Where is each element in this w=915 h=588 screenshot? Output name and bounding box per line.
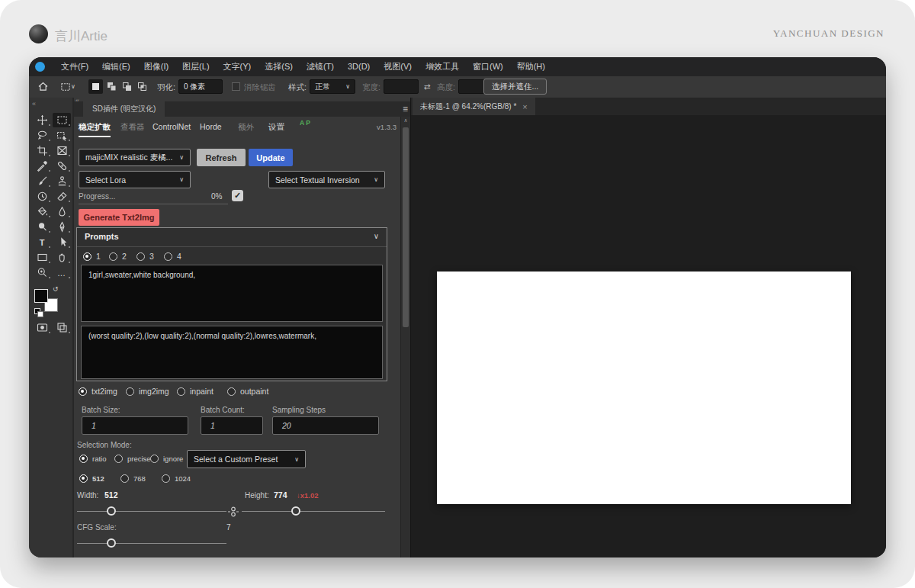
size-1024[interactable]: 1024 [162,474,191,483]
tab-stable-diffusion[interactable]: 稳定扩散 [79,122,111,137]
selection-mode-ignore[interactable]: ignore [150,455,183,463]
textual-inversion-select[interactable]: Select Textual Inversion ∨ [268,171,385,188]
mode-img2img-radio[interactable] [126,387,134,396]
tool-more[interactable]: … [53,265,71,280]
antialias-checkbox[interactable] [232,82,240,91]
selection-mode-precise[interactable]: precise [114,455,151,463]
generate-txt2img-button[interactable]: Generate Txt2Img [79,209,159,226]
sampling-steps-input[interactable]: 20 [272,416,379,435]
tool-type[interactable]: T [33,235,51,249]
scroll-up-icon[interactable]: ∧ [401,117,410,124]
tool-hand[interactable] [53,250,71,265]
height-slider-knob[interactable] [291,506,300,516]
prompt-slot-1[interactable]: 1 [83,252,101,261]
tab-settings[interactable]: 设置 [268,122,284,133]
tab-extras[interactable]: 额外 [238,122,254,133]
size-768-radio[interactable] [120,474,129,483]
tool-frame[interactable] [53,143,71,158]
tool-pen[interactable] [53,220,71,234]
positive-prompt-textarea[interactable]: 1girl,sweater,white background, [81,265,383,322]
panel-scrollbar[interactable]: ∧ [400,117,410,557]
cfg-slider-track[interactable] [77,543,226,544]
link-dimensions-icon[interactable] [228,505,239,519]
menu-item-file[interactable]: 文件(F) [54,57,95,76]
custom-preset-select[interactable]: Select a Custom Preset ∨ [187,450,306,468]
size-512[interactable]: 512 [79,474,104,483]
prompt-slot-1-radio[interactable] [83,252,92,261]
batch-count-input[interactable]: 1 [201,416,263,435]
batch-size-input[interactable]: 1 [82,416,188,435]
tool-preset-marquee[interactable]: ∨ [56,79,79,94]
refresh-button[interactable]: Refresh [197,149,246,166]
prompt-slot-4[interactable]: 4 [164,252,181,261]
model-select[interactable]: majicMIX realistic 麦橘... ∨ [79,149,191,166]
menu-item-filter[interactable]: 滤镜(T) [300,57,341,76]
mode-img2img[interactable]: img2img [126,387,169,396]
default-colors-icon[interactable] [34,308,42,316]
tool-move[interactable] [33,113,51,127]
width-input[interactable] [384,79,419,94]
tool-clone-stamp[interactable] [53,174,71,188]
style-select[interactable]: 正常 ∨ [310,79,355,94]
lora-select[interactable]: Select Lora ∨ [79,171,191,188]
menu-item-edit[interactable]: 编辑(E) [95,57,137,76]
menu-item-help[interactable]: 帮助(H) [510,57,552,76]
height-slider[interactable] [242,506,385,517]
prompts-header[interactable]: Prompts ∨ [77,228,387,247]
cfg-slider[interactable] [77,538,226,549]
selection-mode-ratio[interactable]: ratio [79,455,106,463]
ratio-radio[interactable] [79,455,88,463]
tool-object-selection[interactable] [53,128,71,143]
tab-viewer[interactable]: 查看器 [120,122,145,133]
width-slider-track[interactable] [77,511,226,512]
size-1024-radio[interactable] [162,474,170,483]
prompt-slot-3[interactable]: 3 [136,252,154,261]
menu-item-image[interactable]: 图像(I) [137,57,175,76]
swap-dimensions-icon[interactable]: ⇄ [424,82,431,91]
update-button[interactable]: Update [249,149,293,166]
tab-horde[interactable]: Horde [200,122,222,131]
screen-mode-button[interactable] [53,320,71,335]
width-slider[interactable] [77,506,226,517]
close-icon[interactable]: × [522,102,527,111]
tab-controlnet[interactable]: ControlNet [152,122,191,131]
precise-radio[interactable] [114,455,123,463]
tool-history-brush[interactable] [33,189,51,204]
tool-crop[interactable] [33,143,51,158]
tool-rect-marquee[interactable] [53,113,71,127]
scrollbar-thumb[interactable] [403,127,409,327]
collapse-toolbar-icon[interactable]: « [32,100,36,108]
document-tab[interactable]: 未标题-1 @ 64.2%(RGB/8) * × [413,98,535,115]
selection-add-button[interactable] [104,79,119,94]
selection-subtract-button[interactable] [120,79,134,94]
tool-brush[interactable] [33,174,51,188]
tool-blur[interactable] [53,204,71,219]
document-canvas[interactable] [437,272,851,504]
prompt-slot-2-radio[interactable] [109,252,117,261]
selection-new-button[interactable] [88,79,103,94]
ignore-radio[interactable] [150,455,159,463]
menu-item-type[interactable]: 文字(Y) [217,57,258,76]
size-768[interactable]: 768 [120,474,146,483]
mode-txt2img-radio[interactable] [79,387,87,396]
progress-checkbox[interactable]: ✓ [232,190,243,201]
tool-zoom[interactable] [33,265,51,280]
menu-item-window[interactable]: 窗口(W) [466,57,510,76]
foreground-color-swatch[interactable] [34,289,48,303]
tool-lasso[interactable] [33,128,51,143]
feather-input[interactable]: 0 像素 [178,79,223,94]
width-slider-knob[interactable] [107,506,116,516]
tool-eyedropper[interactable] [33,159,51,173]
tool-healing-brush[interactable] [53,159,71,173]
menu-item-view[interactable]: 视图(V) [377,57,419,76]
menu-item-plugins[interactable]: 增效工具 [419,57,466,76]
panel-tab-title[interactable]: SD插件 (明空汉化) [83,101,165,117]
size-512-radio[interactable] [79,474,88,483]
mode-inpaint[interactable]: inpaint [177,387,214,396]
negative-prompt-textarea[interactable]: (worst quality:2),(low quality:2),(norma… [81,326,383,379]
quick-mask-button[interactable] [33,320,51,335]
reset-colors-icon[interactable]: ↺ [53,285,59,293]
mode-outpaint[interactable]: outpaint [227,387,268,396]
tool-path-select[interactable] [53,235,71,249]
tool-eraser[interactable] [53,189,71,204]
